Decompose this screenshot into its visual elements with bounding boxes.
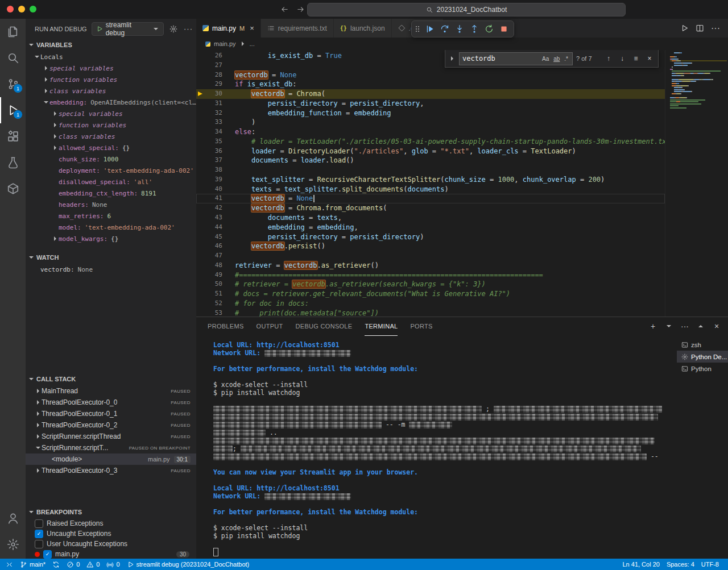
- status-remote-indicator[interactable]: [2, 559, 16, 570]
- minimap[interactable]: [665, 50, 728, 317]
- activity-run-and-debug-icon[interactable]: 1: [0, 97, 26, 123]
- code-line[interactable]: 35 # loader = TextLoader("./articles/05-…: [196, 137, 665, 147]
- variable-row[interactable]: function variables: [26, 119, 196, 131]
- variable-row[interactable]: function variables: [26, 74, 196, 85]
- line-number[interactable]: 53: [196, 309, 230, 317]
- code-line[interactable]: 44 embedding = embedding,: [196, 223, 665, 232]
- step-out-button[interactable]: [468, 23, 481, 36]
- code-line[interactable]: 49#=====================================…: [196, 271, 665, 280]
- line-number[interactable]: 43: [196, 213, 230, 223]
- code-line[interactable]: 40 texts = text_splitter.split_documents…: [196, 185, 665, 194]
- panel-tab-terminal[interactable]: TERMINAL: [365, 317, 398, 336]
- code-line[interactable]: 36 loader = DirectoryLoader("./articles"…: [196, 147, 665, 156]
- section-chevron-icon[interactable]: [28, 378, 35, 380]
- variable-row[interactable]: Locals: [26, 51, 196, 63]
- line-number[interactable]: 51: [196, 289, 230, 299]
- panel-tab-ports[interactable]: PORTS: [410, 317, 432, 336]
- variable-row[interactable]: disallowed_special:'all': [26, 176, 196, 188]
- variable-row[interactable]: max_retries:6: [26, 210, 196, 222]
- callstack-row[interactable]: ThreadPoolExecutor-0_0PAUSED: [26, 397, 196, 408]
- code-line[interactable]: 28vectordb = None: [196, 70, 665, 80]
- status-branch[interactable]: main*: [16, 559, 49, 570]
- code-line[interactable]: 34else:: [196, 127, 665, 137]
- variable-row[interactable]: class variables: [26, 85, 196, 97]
- stop-button[interactable]: [497, 23, 510, 36]
- callstack-row[interactable]: ThreadPoolExecutor-0_1PAUSED: [26, 408, 196, 419]
- tab-requirements-txt[interactable]: requirements.txt: [261, 19, 334, 38]
- start-debug-icon[interactable]: [96, 26, 103, 32]
- restart-button[interactable]: [482, 23, 495, 36]
- variable-row[interactable]: embedding:OpenAIEmbeddings(client=<class…: [26, 97, 196, 108]
- callstack-row[interactable]: ThreadPoolExecutor-0_2PAUSED: [26, 419, 196, 431]
- code-line[interactable]: 31 persist_directory = persist_directory…: [196, 99, 665, 109]
- code-line[interactable]: 32 embedding_function = embedding: [196, 109, 665, 118]
- code-line[interactable]: 52# for doc in docs:: [196, 299, 665, 309]
- breakpoint-row[interactable]: main.py30: [26, 549, 196, 559]
- run-python-file-button[interactable]: [680, 24, 689, 32]
- step-into-button[interactable]: [453, 23, 466, 36]
- line-number[interactable]: 32: [196, 109, 230, 118]
- terminal-output[interactable]: Local URL: http://localhost:8501Network …: [196, 335, 677, 559]
- section-chevron-icon[interactable]: [28, 44, 35, 46]
- line-number[interactable]: 42: [196, 203, 230, 213]
- line-number[interactable]: 35: [196, 137, 230, 147]
- callstack-row[interactable]: ScriptRunner.scriptThreadPAUSED: [26, 431, 196, 442]
- code-line[interactable]: 33 ): [196, 118, 665, 127]
- find-input[interactable]: vectordb Aa ab .*: [459, 52, 573, 65]
- new-terminal-icon[interactable]: +: [648, 322, 657, 331]
- code-line[interactable]: 42 vectordb = Chroma.from_documents(: [196, 203, 665, 213]
- code-line[interactable]: 47: [196, 251, 665, 261]
- close-tab-icon[interactable]: ×: [250, 24, 254, 32]
- code-line[interactable]: 51# docs = retriever.get_relevant_docume…: [196, 289, 665, 299]
- split-editor-button[interactable]: [696, 24, 704, 32]
- line-number[interactable]: 46: [196, 242, 230, 251]
- status-indentation[interactable]: Spaces: 4: [663, 559, 698, 570]
- variable-row[interactable]: special variables: [26, 63, 196, 74]
- activity-search-icon[interactable]: [0, 45, 26, 71]
- status-errors[interactable]: 0: [63, 559, 83, 570]
- watch-row[interactable]: vectordb:None: [26, 264, 196, 275]
- activity-explorer-icon[interactable]: [0, 19, 26, 45]
- variables-section-title[interactable]: VARIABLES: [36, 41, 72, 48]
- back-button[interactable]: [280, 5, 289, 14]
- code-line[interactable]: 50# retriever = vectordb.as_retriever(se…: [196, 280, 665, 289]
- breakpoint-row[interactable]: Raised Exceptions: [26, 518, 196, 529]
- breakpoint-checkbox[interactable]: [35, 519, 43, 528]
- callstack-row[interactable]: MainThreadPAUSED: [26, 385, 196, 397]
- line-number[interactable]: 27: [196, 61, 230, 70]
- breakpoint-checkbox[interactable]: [43, 550, 52, 559]
- variable-row[interactable]: embedding_ctx_length:8191: [26, 188, 196, 199]
- maximize-panel-icon[interactable]: [696, 322, 705, 331]
- line-number[interactable]: 40: [196, 185, 230, 194]
- regex-toggle[interactable]: .*: [563, 56, 569, 62]
- code-editor[interactable]: 26 is_exist_db = True2728vectordb = None…: [196, 50, 728, 317]
- breadcrumb-file[interactable]: main.py: [214, 40, 236, 47]
- find-query[interactable]: vectordb: [462, 55, 539, 63]
- drag-handle-icon[interactable]: [415, 26, 420, 32]
- tab-launch-json[interactable]: {}launch.json: [334, 19, 392, 38]
- line-number[interactable]: 45: [196, 232, 230, 242]
- activity-settings-icon[interactable]: [0, 531, 26, 557]
- activity-extensions-icon[interactable]: [0, 123, 26, 149]
- code-line[interactable]: 41 vectordb = None: [196, 194, 665, 203]
- close-find-button[interactable]: ×: [644, 55, 655, 63]
- breakpoints-section-title[interactable]: BREAKPOINTS: [36, 509, 82, 515]
- command-center[interactable]: 20231024_DocChatbot: [307, 3, 626, 16]
- status-ports[interactable]: 0: [103, 559, 123, 570]
- terminal-session-python[interactable]: Python: [677, 363, 728, 375]
- callstack-row[interactable]: ThreadPoolExecutor-0_3PAUSED: [26, 465, 196, 476]
- match-case-toggle[interactable]: Aa: [541, 56, 550, 62]
- line-number[interactable]: 44: [196, 223, 230, 232]
- line-number[interactable]: 37: [196, 156, 230, 165]
- terminal-dropdown-icon[interactable]: [664, 322, 673, 331]
- variable-row[interactable]: special variables: [26, 108, 196, 119]
- whole-word-toggle[interactable]: ab: [552, 56, 561, 62]
- tab-main-py[interactable]: main.pyM×: [196, 19, 261, 38]
- code-line[interactable]: 37 documents = loader.load(): [196, 156, 665, 165]
- next-match-button[interactable]: ↓: [617, 55, 627, 63]
- code-line[interactable]: 38: [196, 165, 665, 175]
- terminal-session-python-de-[interactable]: Python De...: [677, 351, 728, 363]
- line-number[interactable]: 39: [196, 175, 230, 185]
- find-in-selection-button[interactable]: ≡: [631, 55, 641, 63]
- code-line[interactable]: 46 vectordb.persist(): [196, 242, 665, 251]
